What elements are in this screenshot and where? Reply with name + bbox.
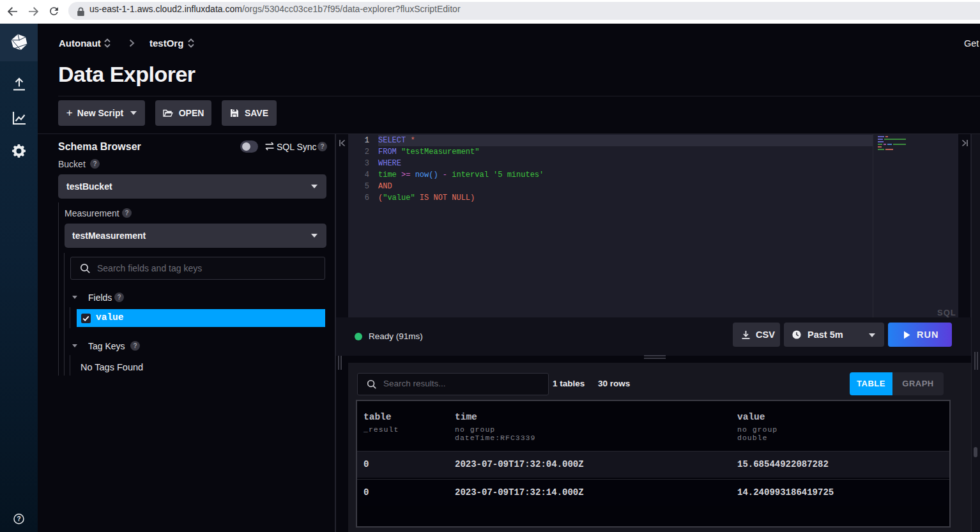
svg-text:?: ? bbox=[17, 515, 20, 522]
